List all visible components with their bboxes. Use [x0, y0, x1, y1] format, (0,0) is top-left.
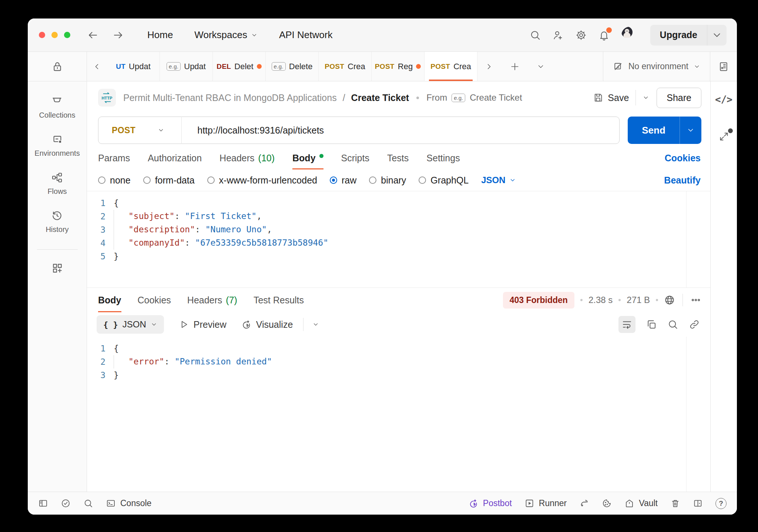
capture-requests-icon[interactable]	[579, 498, 589, 508]
code-line: 3}	[87, 368, 710, 382]
response-more-options-icon[interactable]	[690, 294, 701, 306]
nav-workspaces[interactable]: Workspaces	[194, 29, 258, 41]
tabs-scroll-right-icon[interactable]	[477, 62, 500, 71]
copy-icon[interactable]	[646, 319, 657, 330]
method-selector[interactable]: POST	[112, 125, 135, 135]
tab-headers[interactable]: Headers(10)	[219, 147, 275, 169]
response-body-editor[interactable]: 1{2"error": "Permission denied"3}	[87, 337, 710, 492]
network-globe-icon[interactable]	[664, 294, 675, 306]
request-tab[interactable]: e.g.Delete	[266, 52, 319, 81]
tab-options-chevron-icon[interactable]	[529, 63, 552, 71]
request-tab[interactable]: DELDelet	[213, 52, 266, 81]
toggle-sidebar-icon[interactable]	[38, 498, 48, 508]
breadcrumb-collection[interactable]: Permit Multi-Tenant RBAC in MongoDB Appl…	[123, 92, 337, 103]
expand-panel-icon[interactable]	[718, 131, 730, 142]
share-button[interactable]: Share	[657, 88, 701, 108]
history-icon	[51, 210, 63, 222]
notifications-bell-icon[interactable]	[598, 30, 610, 41]
minimize-window-button[interactable]	[51, 32, 58, 38]
link-icon[interactable]	[689, 319, 700, 330]
url-input[interactable]: http://localhost:9316/api/tickets	[197, 125, 324, 136]
save-dropdown-icon[interactable]	[643, 94, 649, 101]
preview-button[interactable]: Preview	[179, 319, 227, 330]
request-body-editor[interactable]: 1{2"subject": "First Ticket",3"descripti…	[87, 191, 710, 288]
console-button[interactable]: Console	[106, 498, 151, 508]
invite-user-icon[interactable]	[553, 30, 564, 41]
radio-x-www-form-urlencoded[interactable]: x-www-form-urlencoded	[207, 175, 317, 186]
save-button[interactable]: Save	[593, 92, 629, 103]
breadcrumb-separator: /	[343, 92, 345, 103]
nav-home[interactable]: Home	[147, 29, 173, 41]
new-tab-icon[interactable]	[503, 62, 526, 71]
tab-response-cookies[interactable]: Cookies	[138, 288, 171, 312]
nav-api-network[interactable]: API Network	[279, 29, 333, 41]
url-row: POST http://localhost:9316/api/tickets S…	[87, 114, 710, 147]
headers-count: (10)	[258, 153, 275, 164]
settings-gear-icon[interactable]	[576, 30, 587, 41]
tabs-scroll-left-icon[interactable]	[87, 52, 107, 81]
cookies-link[interactable]: Cookies	[665, 153, 701, 164]
sidebar-add-module-button[interactable]	[51, 262, 63, 274]
find-icon[interactable]	[83, 498, 93, 508]
sidebar-item-environments[interactable]: Environments	[34, 134, 80, 158]
request-tab[interactable]: e.g.Updat	[160, 52, 213, 81]
search-icon[interactable]	[530, 30, 541, 41]
tab-response-body[interactable]: Body	[98, 288, 121, 312]
lock-icon[interactable]	[51, 61, 63, 73]
split-panes-icon[interactable]	[693, 498, 703, 508]
search-response-icon[interactable]	[667, 319, 678, 330]
radio-graphql[interactable]: GraphQL	[419, 175, 469, 186]
visualize-button[interactable]: Visualize	[241, 319, 293, 330]
url-field[interactable]: POST http://localhost:9316/api/tickets	[98, 117, 620, 144]
zoom-window-button[interactable]	[64, 32, 70, 38]
tab-scripts[interactable]: Scripts	[341, 147, 369, 169]
sidebar-item-collections[interactable]: Collections	[39, 95, 76, 119]
environment-quick-look-icon[interactable]	[710, 52, 737, 81]
radio-raw[interactable]: raw	[330, 175, 356, 186]
vault-button[interactable]: Vault	[624, 498, 658, 508]
trash-icon[interactable]	[670, 498, 680, 508]
checklist-icon[interactable]	[61, 498, 71, 508]
send-dropdown-icon[interactable]	[680, 117, 701, 144]
radio-none[interactable]: none	[98, 175, 131, 186]
request-tab[interactable]: POSTCrea	[319, 52, 372, 81]
request-tab[interactable]: POSTReg	[372, 52, 425, 81]
tab-tests[interactable]: Tests	[387, 147, 409, 169]
line-number: 5	[87, 252, 114, 261]
runner-button[interactable]: Runner	[524, 498, 567, 508]
beautify-link[interactable]: Beautify	[664, 175, 701, 186]
response-format-selector[interactable]: { } JSON	[97, 315, 164, 334]
status-badge[interactable]: 403 Forbidden	[503, 292, 574, 309]
sidebar-item-history[interactable]: History	[46, 210, 68, 234]
forward-arrow-icon[interactable]	[113, 30, 124, 41]
method-dropdown-icon[interactable]	[158, 127, 164, 134]
tab-body[interactable]: Body	[292, 147, 323, 169]
close-window-button[interactable]	[39, 32, 45, 38]
request-tab[interactable]: UTUpdat	[107, 52, 160, 81]
tab-params[interactable]: Params	[98, 147, 130, 169]
response-view-dropdown-icon[interactable]	[312, 321, 319, 328]
upgrade-dropdown-icon[interactable]	[707, 30, 727, 41]
tab-test-results[interactable]: Test Results	[254, 288, 304, 312]
radio-form-data[interactable]: form-data	[143, 175, 195, 186]
environment-selector[interactable]: No environment	[603, 52, 710, 81]
breadcrumb-request-name[interactable]: Create Ticket	[351, 92, 409, 103]
help-icon[interactable]: ?	[715, 498, 727, 509]
tab-response-headers[interactable]: Headers(7)	[187, 288, 237, 312]
code-snippet-icon[interactable]: </>	[715, 94, 732, 105]
cookies-icon[interactable]	[602, 498, 612, 508]
request-tab-active[interactable]: POSTCrea	[425, 52, 477, 81]
back-arrow-icon[interactable]	[87, 30, 98, 41]
sidebar-item-flows[interactable]: Flows	[47, 172, 67, 196]
radio-icon	[419, 176, 426, 184]
language-selector[interactable]: JSON	[481, 175, 516, 185]
wrap-lines-icon[interactable]	[618, 316, 635, 333]
tab-settings[interactable]: Settings	[426, 147, 460, 169]
send-button[interactable]: Send	[628, 117, 701, 144]
avatar[interactable]	[621, 27, 638, 44]
postbot-button[interactable]: Postbot	[469, 498, 512, 508]
radio-binary[interactable]: binary	[369, 175, 406, 186]
tab-authorization[interactable]: Authorization	[148, 147, 202, 169]
body-mode-row: none form-data x-www-form-urlencoded raw…	[87, 169, 710, 191]
upgrade-button[interactable]: Upgrade	[650, 25, 727, 46]
